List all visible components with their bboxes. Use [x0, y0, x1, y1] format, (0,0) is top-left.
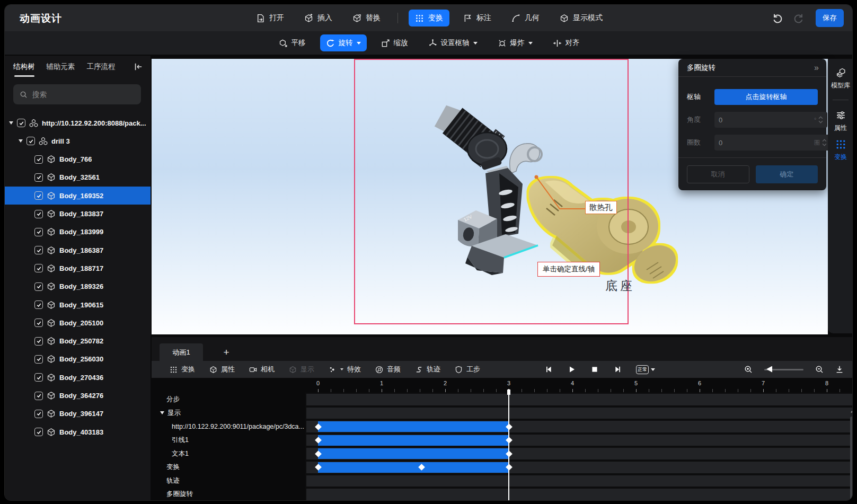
timeline-row-分步[interactable]: 分步 [152, 393, 305, 406]
scrollbar-up-icon[interactable] [850, 409, 853, 413]
tree-item-Body_183837[interactable]: Body_183837 [5, 205, 151, 223]
timeline-track-row[interactable] [306, 475, 852, 487]
timeline-bar[interactable] [318, 421, 509, 432]
row-caret-icon[interactable] [160, 411, 164, 414]
header-btn-显示模式[interactable]: 显示模式 [553, 10, 609, 26]
timeline-tool-音频[interactable]: 音频 [375, 365, 401, 374]
turns-stepper[interactable] [822, 139, 827, 146]
rail-item-变换[interactable]: 变换 [834, 136, 847, 165]
tree-item-Body_183999[interactable]: Body_183999 [5, 223, 151, 241]
base-annotation-label[interactable]: 底座 [605, 278, 635, 294]
tree-item-http://10.122.92.200:8088/pack...[interactable]: http://10.122.92.200:8088/pack... [5, 114, 151, 132]
checkbox-checked[interactable] [34, 210, 43, 218]
header-btn-打开[interactable]: 打开 [250, 10, 290, 26]
tool-设置枢轴[interactable]: 设置枢轴 [422, 34, 483, 51]
sidebar-tab-结构树[interactable]: 结构树 [13, 62, 35, 77]
tree-item-drill 3[interactable]: drill 3 [5, 132, 151, 150]
step-forward-button[interactable] [613, 365, 622, 374]
turns-value-field[interactable] [719, 139, 812, 147]
tool-平移[interactable]: 平移 [273, 34, 312, 51]
rail-item-属性[interactable]: 属性 [834, 107, 847, 136]
play-button[interactable] [568, 365, 576, 374]
timeline-tool-轨迹[interactable]: 轨迹 [415, 365, 440, 374]
checkbox-checked[interactable] [34, 428, 43, 436]
sidebar-tab-辅助元素[interactable]: 辅助元素 [47, 62, 75, 77]
timeline-row-显示[interactable]: 显示 [152, 406, 305, 420]
confirm-button[interactable]: 确定 [756, 165, 818, 183]
checkbox-checked[interactable] [34, 410, 43, 418]
playhead[interactable] [508, 389, 509, 501]
heat-annotation-label[interactable]: 散热孔 [585, 201, 617, 214]
timeline-row-文本1[interactable]: 文本1 [152, 447, 305, 461]
turns-input[interactable]: 圈 [714, 135, 831, 151]
tab-animation1[interactable]: 动画1 [160, 343, 203, 361]
tree-item-Body_256030[interactable]: Body_256030 [5, 350, 151, 368]
tree-item-Body_188717[interactable]: Body_188717 [5, 259, 151, 277]
playhead-head[interactable] [507, 390, 510, 395]
tree-item-Body_250782[interactable]: Body_250782 [5, 332, 151, 350]
header-btn-标注[interactable]: 标注 [457, 10, 498, 26]
checkbox-checked[interactable] [17, 119, 25, 127]
timeline-row-变换[interactable]: 变换 [152, 461, 305, 474]
header-btn-变换[interactable]: 变换 [409, 10, 449, 26]
redo-icon[interactable] [793, 12, 805, 24]
checkbox-checked[interactable] [34, 228, 43, 236]
checkbox-checked[interactable] [34, 300, 43, 309]
tool-对齐[interactable]: 对齐 [547, 34, 586, 51]
header-btn-插入[interactable]: 插入 [298, 10, 339, 26]
timeline-tool-工步[interactable]: 工步 [455, 365, 480, 374]
tool-爆炸[interactable]: 爆炸 [492, 34, 538, 51]
download-button[interactable] [835, 365, 844, 374]
tree-caret-icon[interactable] [9, 121, 13, 125]
checkbox-checked[interactable] [34, 373, 43, 382]
tree-item-Body_364276[interactable]: Body_364276 [5, 387, 151, 405]
checkbox-checked[interactable] [34, 246, 43, 254]
step-back-button[interactable] [545, 365, 553, 374]
timeline-row-引线1[interactable]: 引线1 [152, 434, 305, 447]
tool-缩放[interactable]: 缩放 [375, 34, 414, 51]
tool-旋转[interactable]: 旋转 [320, 34, 367, 51]
checkbox-checked[interactable] [34, 282, 43, 291]
vertical-scrollbar[interactable] [850, 417, 853, 499]
tree-item-Body_169352[interactable]: Body_169352 [5, 187, 151, 205]
timeline-track-row[interactable] [306, 408, 852, 419]
timeline-row-http://10.122.92.200:9011/package/pc/3dca...[interactable]: http://10.122.92.200:9011/package/pc/3dc… [152, 420, 305, 434]
timeline-row-多圈旋转[interactable]: 多圈旋转 [152, 488, 305, 501]
tree-item-Body_186387[interactable]: Body_186387 [5, 241, 151, 259]
pivot-button[interactable]: 点击旋转枢轴 [714, 89, 818, 105]
rail-item-模型库[interactable]: 模型库 [831, 64, 850, 93]
timeline-tool-特效[interactable]: 特效 [329, 365, 361, 374]
timeline-row-轨迹[interactable]: 轨迹 [152, 474, 305, 488]
tree-caret-icon[interactable] [19, 139, 23, 143]
tree-item-Body_190615[interactable]: Body_190615 [5, 296, 151, 314]
checkbox-checked[interactable] [34, 355, 43, 364]
checkbox-checked[interactable] [34, 392, 43, 400]
tree-item-Body_205100[interactable]: Body_205100 [5, 314, 151, 332]
tree-item-Body_396147[interactable]: Body_396147 [5, 405, 151, 423]
angle-stepper[interactable] [818, 116, 823, 123]
checkbox-checked[interactable] [34, 155, 43, 164]
slider-handle[interactable] [766, 366, 772, 373]
checkbox-checked[interactable] [26, 137, 35, 145]
search-input[interactable] [32, 91, 135, 99]
checkbox-checked[interactable] [34, 191, 43, 200]
angle-value-field[interactable] [719, 116, 812, 124]
playback-speed-selector[interactable]: 正常 [636, 365, 655, 374]
timeline-bar[interactable] [318, 448, 509, 459]
checkbox-checked[interactable] [34, 264, 43, 272]
header-btn-几何[interactable]: 几何 [505, 10, 546, 26]
checkbox-checked[interactable] [34, 173, 43, 182]
collapse-left-icon[interactable] [134, 62, 143, 72]
timeline-ruler[interactable]: 012345678 [152, 378, 853, 393]
checkbox-checked[interactable] [34, 337, 43, 346]
undo-icon[interactable] [771, 12, 783, 24]
tree-item-Body_32561[interactable]: Body_32561 [5, 169, 151, 187]
tree-item-Body_270436[interactable]: Body_270436 [5, 368, 151, 386]
save-button[interactable]: 保存 [816, 9, 844, 27]
tree-item-Body_403183[interactable]: Body_403183 [5, 423, 151, 441]
magnify-plus-button[interactable] [744, 365, 753, 374]
timeline-tool-变换[interactable]: 变换 [170, 365, 195, 374]
cancel-button[interactable]: 取消 [687, 165, 749, 183]
timeline-zoom-slider[interactable] [764, 369, 803, 370]
sidebar-tab-工序流程[interactable]: 工序流程 [87, 62, 116, 77]
